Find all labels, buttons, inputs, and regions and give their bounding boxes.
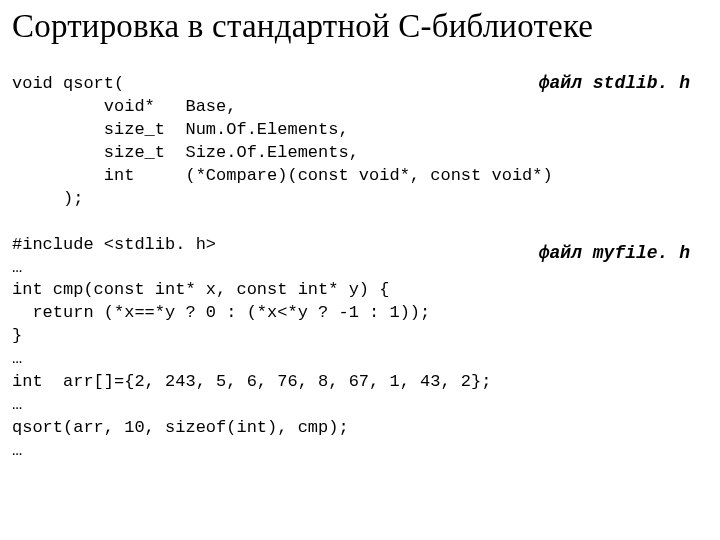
code-line: int (*Compare)(const void*, const void*)	[12, 166, 553, 185]
code-line: #include <stdlib. h>	[12, 235, 216, 254]
code-line: …	[12, 349, 22, 368]
code-line: …	[12, 441, 22, 460]
code-line: size_t Num.Of.Elements,	[12, 120, 349, 139]
code-block: void qsort( void* Base, size_t Num.Of.El…	[12, 73, 708, 463]
code-block-wrapper: файл stdlib. h файл myfile. h void qsort…	[12, 73, 708, 463]
code-line: void qsort(	[12, 74, 124, 93]
code-line: int cmp(const int* x, const int* y) {	[12, 280, 389, 299]
code-line: …	[12, 395, 22, 414]
code-line: void* Base,	[12, 97, 236, 116]
code-line: qsort(arr, 10, sizeof(int), cmp);	[12, 418, 349, 437]
code-line: size_t Size.Of.Elements,	[12, 143, 359, 162]
page-title: Сортировка в стандартной С-библиотеке	[12, 8, 708, 45]
code-line: }	[12, 326, 22, 345]
code-line: int arr[]={2, 243, 5, 6, 76, 8, 67, 1, 4…	[12, 372, 491, 391]
code-line: return (*x==*y ? 0 : (*x<*y ? -1 : 1));	[12, 303, 430, 322]
code-line: …	[12, 258, 22, 277]
code-line: );	[12, 189, 83, 208]
